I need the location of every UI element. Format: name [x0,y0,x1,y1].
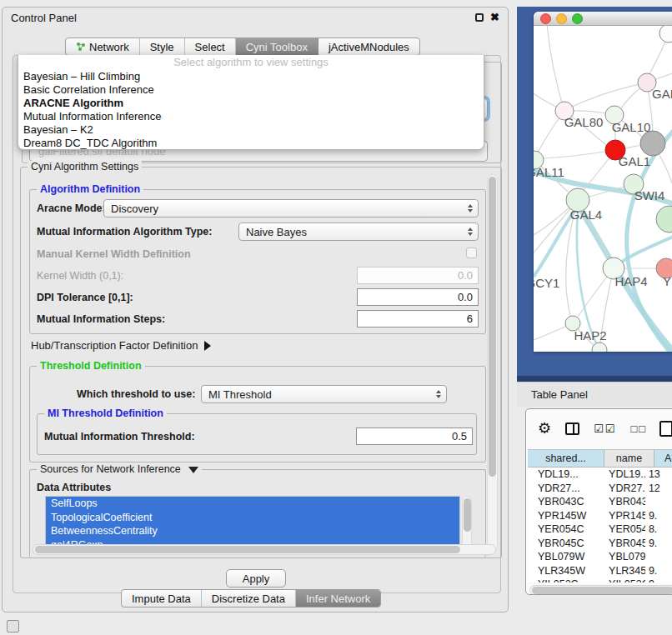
column-layout-icon[interactable] [565,422,579,435]
network-node-label: GAL1 [619,154,650,168]
control-panel-tabbar: NetworkStyleSelectCyni ToolboxjActiveMNo… [65,38,420,56]
table-cell: 9. [645,509,672,523]
kernel-width-value: 0.0 [458,269,473,282]
tab-label: Cyni Toolbox [246,41,308,53]
window-zoom-icon[interactable] [572,13,583,24]
which-threshold-combo[interactable]: MI Threshold [201,385,447,403]
table-row[interactable]: YPR145WYPR145W9. [528,509,672,523]
table-column-header[interactable]: name [604,449,654,468]
apply-button[interactable]: Apply [226,569,286,588]
tab-infer-network[interactable]: Infer Network [296,590,380,607]
table-cell: YDR27... [599,482,645,496]
deselect-all-checkboxes-icon[interactable]: □□ [630,422,647,435]
tab-jactivemnodules[interactable]: jActiveMNodules [318,38,419,55]
network-node-label: GAL10 [612,120,651,134]
algorithm-option[interactable]: ARACNE Algorithm [18,97,484,110]
algorithm-option[interactable]: Dream8 DC_TDC Algorithm [18,137,484,150]
table-row[interactable]: YBR045CYBR045C9. [528,537,672,551]
mi-type-label: Mutual Information Algorithm Type: [37,226,212,238]
data-attribute-item[interactable]: TopologicalCoefficient [46,511,459,525]
data-attribute-item[interactable]: BetweennessCentrality [46,524,459,538]
table-cell: YLR345W [528,564,599,578]
table-panel-titlebar: Table Panel [517,382,672,407]
algorithm-option[interactable]: Basic Correlation Inference [18,83,484,97]
combo-stepper-icon [468,228,473,236]
cyni-mode-tabbar: Impute DataDiscretize DataInfer Network [121,589,381,608]
algorithm-option[interactable]: Bayesian – Hill Climbing [18,70,484,83]
mi-type-combo[interactable]: Naive Bayes [238,222,479,241]
kernel-width-field[interactable]: 0.0 [357,267,479,284]
expander-collapsed-icon [204,341,211,351]
hub-definition-expander[interactable]: Hub/Transcription Factor Definition [31,339,211,352]
table-cell: YDR27... [528,482,599,496]
network-node-label: SWI4 [634,188,665,202]
table-cell: 9. [645,564,672,578]
table-cell: 8. [645,522,672,537]
network-node[interactable] [659,26,672,42]
network-edge[interactable] [572,82,647,107]
settings-vertical-scrollbar[interactable] [487,174,498,551]
table-cell: YIL052C [599,578,645,582]
table-row[interactable]: YDR27...YDR27...12 [528,482,672,496]
table-row[interactable]: YLR345WYLR345W9. [528,564,672,578]
cyni-settings-legend: Cyni Algorithm Settings [28,161,142,172]
table-horizontal-scrollbar[interactable] [529,585,672,595]
network-node[interactable] [656,206,672,232]
network-icon [76,42,86,52]
network-canvas[interactable]: GALGAL80GAL10GAL1GAL11SWI4GAL4GCY1HAP4YH… [534,26,672,352]
table-cell: 13 [645,468,672,482]
window-minimize-icon[interactable] [556,13,567,24]
table-cell: 12 [645,482,672,496]
combo-stepper-icon [468,204,473,212]
table-row[interactable]: YBR043CYBR043C [528,495,672,509]
manual-kernel-checkbox[interactable] [466,248,477,258]
table-row[interactable]: YBL079WYBL079W [528,550,672,564]
dpi-tolerance-value: 0.0 [458,291,473,303]
network-edge[interactable] [544,150,615,158]
close-panel-icon[interactable]: ✖ [490,13,499,22]
data-attribute-item[interactable]: SelfLoops [46,497,459,511]
aracne-mode-value: Discovery [111,202,158,215]
table-row[interactable]: YER054CYER054C8. [528,522,672,537]
network-node[interactable] [592,342,607,352]
tab-style[interactable]: Style [140,38,185,55]
window-close-icon[interactable] [540,13,551,24]
table-row[interactable]: YIL052CYIL052C9 [528,578,672,582]
table-column-header[interactable]: A [654,449,672,468]
network-node[interactable] [640,131,665,156]
algorithm-option[interactable]: Bayesian – K2 [18,123,484,137]
float-panel-icon[interactable] [475,13,484,22]
tab-select[interactable]: Select [185,38,236,55]
export-table-icon[interactable] [659,421,672,437]
mi-threshold-legend: MI Threshold Definition [44,408,167,419]
settings-horizontal-scrollbar[interactable] [33,544,496,555]
aracne-mode-combo[interactable]: Discovery [103,199,479,218]
dpi-tolerance-field[interactable]: 0.0 [357,288,479,306]
algorithm-option[interactable]: Mutual Information Inference [18,110,484,123]
table-cell: YBR043C [599,495,645,509]
aracne-mode-label: Aracne Mode: [37,202,106,214]
table-settings-gear-icon[interactable]: ⚙ [538,419,551,438]
control-panel-window: Control Panel ✖ NetworkStyleSelectCyni T… [2,7,509,612]
table-column-header[interactable]: shared... [528,449,604,468]
expander-expanded-icon[interactable] [188,467,198,473]
tab-cyni-toolbox[interactable]: Cyni Toolbox [236,38,318,55]
network-node-label: GAL80 [564,115,604,129]
network-edge[interactable] [546,26,564,111]
tab-impute-data[interactable]: Impute Data [122,590,202,607]
dpi-tolerance-label: DPI Tolerance [0,1]: [37,292,133,303]
table-cell: 9 [645,578,672,582]
tab-network[interactable]: Network [66,38,140,55]
mi-threshold-field[interactable]: 0.5 [356,428,473,445]
table-row[interactable]: YDL19...YDL19...13 [528,468,672,482]
mi-steps-value: 6 [467,312,473,325]
table-cell: YBR045C [528,537,599,551]
table-cell [645,550,672,564]
mi-steps-field[interactable]: 6 [357,310,479,328]
panel-grip[interactable] [7,620,19,632]
table-cell: YBR043C [528,495,599,509]
network-node-label: HAP2 [574,328,606,342]
tab-discretize-data[interactable]: Discretize Data [202,590,296,607]
tab-label: Impute Data [132,592,191,605]
select-all-checkboxes-icon[interactable]: ☑☑ [594,422,616,435]
